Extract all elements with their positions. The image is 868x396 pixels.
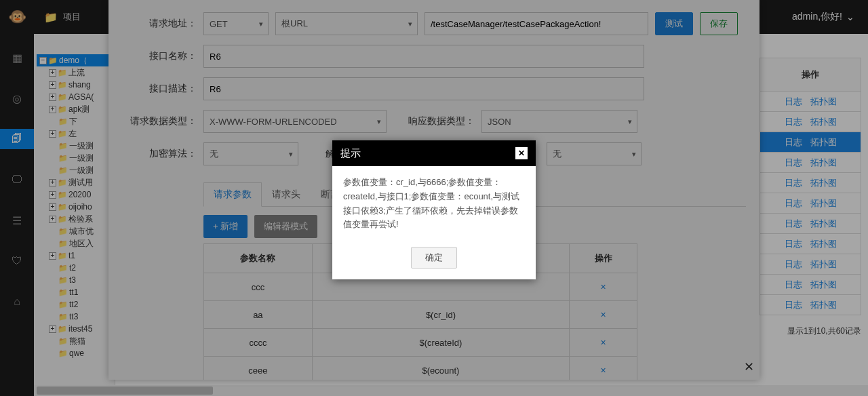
- alert-ok-button[interactable]: 确定: [411, 247, 457, 269]
- alert-footer: 确定: [332, 241, 536, 279]
- alert-dialog: 提示 ✕ 参数值变量：cr_id,与6666;参数值变量：createId,与接…: [332, 140, 536, 279]
- alert-body: 参数值变量：cr_id,与6666;参数值变量：createId,与接口1;参数…: [332, 166, 536, 241]
- alert-title: 提示: [340, 147, 361, 160]
- alert-header: 提示 ✕: [332, 140, 536, 166]
- alert-close-icon[interactable]: ✕: [515, 147, 528, 159]
